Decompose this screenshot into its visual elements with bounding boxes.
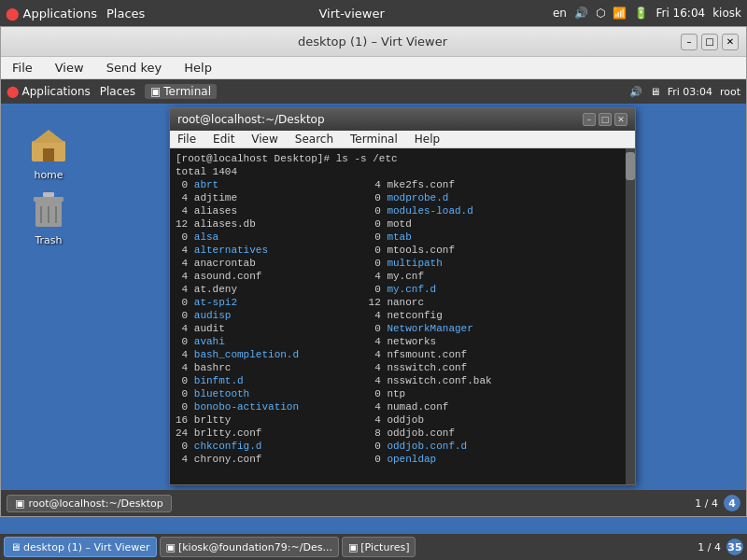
close-button[interactable]: ✕ <box>722 34 739 50</box>
svg-marker-2 <box>32 130 65 143</box>
outer-bottom-bar: 🖥 desktop (1) – Virt Viewer ▣ [kiosk@fou… <box>0 534 747 560</box>
term-content[interactable]: [root@localhost Desktop]# ls -s /etc tot… <box>170 148 635 484</box>
minimize-button[interactable]: – <box>681 34 698 50</box>
svg-rect-7 <box>43 192 54 197</box>
inner-bottom-bar: ▣ root@localhost:~/Desktop 1 / 4 4 <box>1 490 746 516</box>
prompt-line: [root@localhost Desktop]# ls -s /etc <box>176 153 398 164</box>
inner-applications-menu[interactable]: ⬤ Applications <box>7 85 91 98</box>
bluetooth-icon: ⬡ <box>596 7 605 20</box>
inner-applications-label[interactable]: Applications <box>21 85 90 98</box>
places-menu[interactable]: Places <box>101 7 150 21</box>
help-menu[interactable]: Help <box>180 59 216 77</box>
terminal-icon: ▣ <box>150 85 161 98</box>
inner-page-badge: 4 <box>724 495 740 511</box>
term-file-menu[interactable]: File <box>176 132 198 147</box>
virt-viewer-window: desktop (1) – Virt Viewer – □ ✕ File Vie… <box>0 26 747 517</box>
inner-places-menu[interactable]: Places <box>94 85 141 98</box>
outer-page-info: 1 / 4 <box>698 541 721 553</box>
system-tray: en 🔊 ⬡ 📶 🔋 Fri 16:04 kiosk <box>553 7 741 20</box>
send-key-menu[interactable]: Send key <box>103 59 166 77</box>
outer-task-pictures[interactable]: ▣ [Pictures] <box>342 537 416 557</box>
inner-terminal-menu[interactable]: ▣ Terminal <box>145 84 217 99</box>
volume-icon: 🔊 <box>574 7 588 20</box>
outer-right-info: 1 / 4 35 <box>698 539 743 555</box>
applications-label[interactable]: Applications <box>23 7 97 21</box>
home-icon[interactable]: home <box>16 122 81 181</box>
total-line: total 1404 <box>176 166 237 177</box>
virt-task-label: desktop (1) – Virt Viewer <box>23 541 150 553</box>
home-label: home <box>34 169 63 181</box>
term-menubar: File Edit View Search Terminal Help <box>170 131 635 148</box>
inner-user: root <box>720 86 740 98</box>
kiosk-task-icon: ▣ <box>166 541 176 553</box>
outer-page-badge: 35 <box>726 539 743 555</box>
inner-right-info: 1 / 4 4 <box>695 495 740 511</box>
home-folder-icon <box>26 122 71 167</box>
virt-menubar: File View Send key Help <box>1 57 746 79</box>
term-title: root@localhost:~/Desktop <box>177 113 325 126</box>
inner-monitor-icon: 🖥 <box>650 86 660 98</box>
svg-rect-3 <box>43 148 54 161</box>
term-maximize[interactable]: □ <box>599 113 612 126</box>
inner-task-label: root@localhost:~/Desktop <box>28 497 162 510</box>
outer-task-kiosk[interactable]: ▣ [kiosk@foundation79:~/Des... <box>160 537 339 557</box>
svg-rect-6 <box>34 197 63 202</box>
inner-volume-icon: 🔊 <box>629 86 642 98</box>
clock: Fri 16:04 <box>655 7 705 20</box>
inner-fedora-icon: ⬤ <box>7 85 19 98</box>
virt-task-icon: 🖥 <box>10 541 21 553</box>
outer-task-virt[interactable]: 🖥 desktop (1) – Virt Viewer <box>4 537 157 557</box>
virt-viewer-titlebar-label: Virt-viewer <box>154 7 549 21</box>
inner-terminal-label[interactable]: Terminal <box>163 85 211 98</box>
trash-bin-icon <box>26 188 71 232</box>
scrollbar[interactable] <box>626 148 635 484</box>
virtual-desktop: ⬤ Applications Places ▣ Terminal 🔊 🖥 Fri… <box>1 79 746 516</box>
term-search-menu[interactable]: Search <box>293 132 335 147</box>
trash-desktop-icon[interactable]: Trash <box>16 188 81 246</box>
term-icon-small: ▣ <box>15 497 24 510</box>
file-menu[interactable]: File <box>8 59 36 77</box>
user-indicator: kiosk <box>712 7 741 20</box>
kiosk-task-label: [kiosk@foundation79:~/Des... <box>178 541 332 553</box>
virt-window-title: desktop (1) – Virt Viewer <box>64 35 681 49</box>
inner-task-item[interactable]: ▣ root@localhost:~/Desktop <box>7 495 172 512</box>
lang-indicator: en <box>553 7 567 20</box>
trash-label: Trash <box>35 234 62 246</box>
maximize-button[interactable]: □ <box>701 34 718 50</box>
inner-taskbar: ⬤ Applications Places ▣ Terminal 🔊 🖥 Fri… <box>1 79 746 104</box>
term-edit-menu[interactable]: Edit <box>211 132 236 147</box>
applications-menu[interactable]: ⬤ Applications <box>6 7 97 21</box>
term-titlebar: root@localhost:~/Desktop – □ ✕ <box>170 108 635 131</box>
term-win-controls: – □ ✕ <box>583 113 627 126</box>
virt-window-controls: – □ ✕ <box>681 34 739 50</box>
virt-titlebar: desktop (1) – Virt Viewer – □ ✕ <box>1 27 746 57</box>
term-view-menu[interactable]: View <box>249 132 279 147</box>
inner-clock: Fri 03:04 <box>668 86 712 98</box>
term-help-menu[interactable]: Help <box>413 132 442 147</box>
battery-icon: 🔋 <box>634 7 648 20</box>
outer-system-bar: ⬤ Applications Places Virt-viewer en 🔊 ⬡… <box>0 0 747 26</box>
wifi-icon: 📶 <box>613 7 627 20</box>
pictures-task-label: [Pictures] <box>360 541 409 553</box>
view-menu[interactable]: View <box>51 59 88 77</box>
term-minimize[interactable]: – <box>583 113 596 126</box>
fedora-icon: ⬤ <box>6 7 20 21</box>
term-close[interactable]: ✕ <box>614 113 627 126</box>
pictures-task-icon: ▣ <box>348 541 358 553</box>
inner-page-info: 1 / 4 <box>695 497 718 510</box>
inner-sys-right: 🔊 🖥 Fri 03:04 root <box>629 86 740 98</box>
term-terminal-menu[interactable]: Terminal <box>348 132 400 147</box>
scrollbar-thumb[interactable] <box>626 152 635 180</box>
terminal-window: root@localhost:~/Desktop – □ ✕ File Edit… <box>169 107 636 485</box>
